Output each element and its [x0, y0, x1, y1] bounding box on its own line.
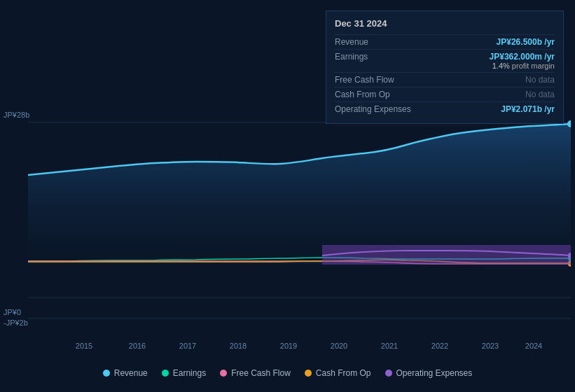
tooltip-row-earnings: Earnings JP¥362.000m /yr 1.4% profit mar… [335, 49, 555, 72]
tooltip-date: Dec 31 2024 [335, 18, 555, 29]
legend-item-cfo[interactable]: Cash From Op [305, 368, 371, 378]
x-label-2021: 2021 [381, 342, 398, 350]
x-label-2024: 2024 [525, 342, 542, 350]
y-label-28b: JP¥28b [4, 111, 29, 119]
y-label-neg2b: -JP¥2b [4, 318, 28, 327]
legend-dot-opex [385, 370, 392, 377]
x-label-2023: 2023 [482, 342, 499, 350]
tooltip-value-cfo: No data [525, 90, 555, 99]
tooltip-row-cfo: Cash From Op No data [335, 87, 555, 102]
x-label-2015: 2015 [76, 342, 92, 350]
tooltip-value-revenue: JP¥26.500b /yr [497, 37, 555, 47]
legend-label-revenue: Revenue [114, 368, 148, 378]
tooltip-row-fcf: Free Cash Flow No data [335, 72, 555, 87]
legend-item-opex[interactable]: Operating Expenses [385, 368, 473, 378]
legend-label-cfo: Cash From Op [316, 368, 371, 378]
tooltip-box: Dec 31 2024 Revenue JP¥26.500b /yr Earni… [326, 10, 564, 124]
x-label-2020: 2020 [331, 342, 347, 350]
tooltip-label-fcf: Free Cash Flow [335, 75, 412, 85]
x-label-2017: 2017 [179, 342, 196, 350]
legend-item-fcf[interactable]: Free Cash Flow [220, 368, 291, 378]
tooltip-label-revenue: Revenue [335, 37, 412, 47]
legend-item-revenue[interactable]: Revenue [103, 368, 148, 378]
legend-dot-fcf [220, 370, 227, 377]
svg-rect-8 [322, 245, 571, 265]
tooltip-value-earnings: JP¥362.000m /yr [490, 52, 555, 62]
tooltip-label-cfo: Cash From Op [335, 90, 412, 99]
chart-container: Dec 31 2024 Revenue JP¥26.500b /yr Earni… [0, 0, 575, 392]
chart-svg [28, 108, 571, 332]
tooltip-value-fcf: No data [525, 75, 555, 85]
tooltip-label-opex: Operating Expenses [335, 104, 412, 114]
x-label-2022: 2022 [431, 342, 448, 350]
legend-item-earnings[interactable]: Earnings [162, 368, 206, 378]
tooltip-row-revenue: Revenue JP¥26.500b /yr [335, 34, 555, 49]
x-label-2019: 2019 [280, 342, 297, 350]
x-label-2018: 2018 [230, 342, 247, 350]
legend-label-earnings: Earnings [173, 368, 206, 378]
tooltip-label-earnings: Earnings [335, 52, 412, 62]
legend-dot-revenue [103, 370, 110, 377]
legend-dot-earnings [162, 370, 169, 377]
profit-margin: 1.4% profit margin [490, 62, 555, 70]
legend-label-fcf: Free Cash Flow [231, 368, 291, 378]
legend-label-opex: Operating Expenses [396, 368, 473, 378]
legend-dot-cfo [305, 370, 312, 377]
legend: Revenue Earnings Free Cash Flow Cash Fro… [0, 368, 575, 378]
tooltip-row-opex: Operating Expenses JP¥2.071b /yr [335, 102, 555, 116]
x-label-2016: 2016 [129, 342, 146, 350]
tooltip-value-opex: JP¥2.071b /yr [501, 104, 555, 114]
y-label-0: JP¥0 [4, 308, 21, 316]
